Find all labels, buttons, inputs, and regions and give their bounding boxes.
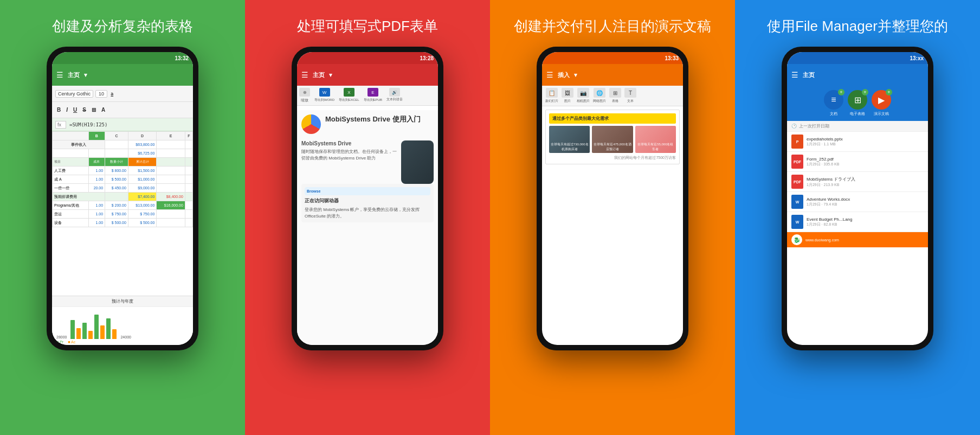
cell-c2 bbox=[105, 149, 128, 158]
table-icon: ⊞ bbox=[609, 88, 621, 98]
zoom-button[interactable]: ⊕ 缩放 bbox=[299, 88, 310, 103]
row-3-val: 20.00 bbox=[88, 184, 105, 193]
file-meta-0: 1月29日 · 1.1 MB bbox=[807, 142, 924, 147]
row-4-val: 1.00 bbox=[88, 201, 105, 210]
legend-ac: ■ Ac bbox=[68, 340, 75, 344]
legend-pr: ■ Pr bbox=[56, 340, 63, 344]
sheet-plus-icon: + bbox=[862, 89, 868, 95]
bar-4 bbox=[88, 331, 93, 339]
underline-button[interactable]: U bbox=[72, 106, 79, 113]
toolbar-4: ☰ 主页 bbox=[787, 64, 928, 86]
file-name-2: MobiSystems ドライブ入 bbox=[807, 176, 924, 182]
row-2-cost: $ 500.00 bbox=[105, 175, 128, 184]
file-item-1[interactable]: PDF Form_252.pdf 1月29日 · 335.6 KB bbox=[787, 152, 928, 172]
file-item-2[interactable]: PDF MobiSystems ドライブ入 1月29日 · 213.9 KB bbox=[787, 172, 928, 192]
fm-ppt-item[interactable]: ▶ + 演示文稿 bbox=[872, 90, 891, 117]
menu-icon-1[interactable]: ☰ bbox=[56, 71, 63, 79]
tts-button[interactable]: 🔊 文本到语音 bbox=[386, 88, 403, 103]
sheet-label: 电子表格 bbox=[850, 111, 865, 117]
strikethrough-button[interactable]: S bbox=[81, 106, 88, 113]
toolbar-arrow-2: ▾ bbox=[329, 72, 332, 79]
fm-doc-item[interactable]: ≡ + 文档 bbox=[824, 90, 843, 117]
row-6-e bbox=[157, 219, 185, 227]
menu-icon-4[interactable]: ☰ bbox=[791, 71, 798, 79]
formula-bar: fx =SUM(H19:I25) bbox=[52, 118, 193, 131]
ppt-slide: 通过多个产品类别最大化需求 全球每天有超过730,000名机票购买者 全球每天有… bbox=[545, 110, 680, 164]
spreadsheet-area[interactable]: B C D E F 事件收入 $63,800.00 bbox=[52, 131, 193, 296]
export-epub-button[interactable]: E 导出到EPUB bbox=[364, 88, 382, 103]
row-5-val: 1.00 bbox=[88, 210, 105, 219]
ppt-plus-icon: + bbox=[886, 89, 892, 95]
web-image-label: 网络图片 bbox=[593, 99, 606, 104]
image-icon: 🖼 bbox=[562, 88, 573, 98]
new-slide-button[interactable]: 📋 新幻灯片 bbox=[545, 88, 558, 104]
col-label-total: 累计总计 bbox=[128, 158, 156, 167]
clock-icon: 🕐 bbox=[791, 124, 797, 129]
border-button[interactable]: ⊞ bbox=[90, 106, 98, 113]
file-item-4[interactable]: W Event Budget Ph...Lang 1月29日 · 82.8 KB bbox=[787, 212, 928, 232]
sheet-icon: ⊞ + bbox=[848, 90, 867, 110]
italic-button[interactable]: I bbox=[65, 106, 69, 113]
status-time-4: 13:xx bbox=[910, 55, 924, 61]
ppt-content: 通过多个产品类别最大化需求 全球每天有超过730,000名机票购买者 全球每天有… bbox=[542, 106, 683, 345]
row-sub-e: $8,400.00 bbox=[157, 193, 185, 201]
cell-d1: $63,800.00 bbox=[128, 140, 156, 149]
phone-1: 13:32 ☰ 主页 ▾ Century Gothic 10 a̲ B bbox=[41, 47, 204, 361]
bold-button[interactable]: B bbox=[55, 106, 62, 113]
drive-section-1: MobiSystems Drive 随时随地保存和管理您的文档。在任何设备上，一… bbox=[301, 140, 434, 161]
fm-file-list: P expediahotels.pptx 1月29日 · 1.1 MB PDF … bbox=[787, 132, 928, 232]
underline-a-icon[interactable]: a̲ bbox=[111, 91, 114, 97]
fm-sheet-item[interactable]: ⊞ + 电子表格 bbox=[848, 90, 867, 117]
format-bar-2: B I U S ⊞ A bbox=[52, 102, 193, 118]
formula-text[interactable]: =SUM(H19:I25) bbox=[69, 122, 107, 127]
phone-shell-4: 13:xx ☰ 主页 ≡ + 文档 bbox=[782, 47, 933, 350]
ppt-img-1-label: 全球每天有超过730,000名机票购买者 bbox=[550, 142, 589, 152]
row-4-cost: $ 200.00 bbox=[105, 201, 128, 210]
ppt-banner: 通过多个产品类别最大化需求 bbox=[549, 113, 676, 124]
row-6-val: 1.00 bbox=[88, 219, 105, 227]
file-meta-2: 1月29日 · 213.9 KB bbox=[807, 182, 924, 188]
file-item-0[interactable]: P expediahotels.pptx 1月29日 · 1.1 MB bbox=[787, 132, 928, 152]
col-f bbox=[185, 158, 192, 167]
row-5-total: $ 750.00 bbox=[128, 210, 156, 219]
file-item-3[interactable]: W Adventure Works.docx 1月29日 · 79.4 KB bbox=[787, 192, 928, 212]
web-image-button[interactable]: 🌐 网络图片 bbox=[593, 88, 606, 104]
bar-3 bbox=[82, 323, 87, 339]
font-name[interactable]: Century Gothic bbox=[55, 90, 93, 98]
export-word-button[interactable]: W 导出到WORD bbox=[314, 88, 334, 103]
fm-icons-row: ≡ + 文档 ⊞ + 电子表格 ▶ bbox=[787, 86, 928, 121]
row-1-f bbox=[185, 167, 192, 175]
font-size[interactable]: 10 bbox=[95, 90, 107, 98]
image-label: 图片 bbox=[564, 99, 571, 104]
col-header-c: C bbox=[105, 132, 128, 140]
toolbar-3: ☰ 插入 ▾ bbox=[542, 64, 683, 86]
col-e bbox=[157, 158, 185, 167]
color-button[interactable]: A bbox=[100, 106, 107, 113]
table-button[interactable]: ⊞ 表格 bbox=[609, 88, 621, 104]
sheet-icon-symbol: ⊞ bbox=[854, 95, 861, 105]
row-3-total: $9,000.00 bbox=[128, 184, 156, 193]
phone-2: 13:28 ☰ 主页 ▾ ⊕ 缩放 W 导出到WORD bbox=[286, 47, 449, 361]
text-icon: T bbox=[624, 88, 636, 98]
export-excel-button[interactable]: X 导出到EXCEL bbox=[339, 88, 359, 103]
watermark-text: www.duoiwang.com bbox=[805, 238, 839, 242]
bar-7 bbox=[106, 318, 111, 339]
doc-label: 文档 bbox=[830, 111, 837, 117]
cell-ref: fx bbox=[55, 121, 66, 129]
bar-8 bbox=[112, 329, 117, 339]
drive-section-2: Browse 正在访问驱动器 登录您的 MobiSystems 帐户，享受免费的… bbox=[301, 184, 434, 222]
menu-icon-2[interactable]: ☰ bbox=[301, 71, 308, 79]
image-button[interactable]: 🖼 图片 bbox=[562, 88, 573, 104]
menu-icon-3[interactable]: ☰ bbox=[546, 71, 553, 79]
text-button[interactable]: T 文本 bbox=[624, 88, 636, 104]
row-2-val: 1.00 bbox=[88, 175, 105, 184]
row-1-e bbox=[157, 167, 185, 175]
col-header-a bbox=[53, 132, 89, 140]
panel-3-title: 创建并交付引人注目的演示文稿 bbox=[503, 16, 722, 36]
row-5-cost: $ 750.00 bbox=[105, 210, 128, 219]
chart-label-24000: 24000 bbox=[120, 335, 131, 339]
drive-phone-mockup bbox=[401, 140, 434, 184]
export-epub-label: 导出到EPUB bbox=[364, 98, 382, 103]
row-4-f bbox=[185, 201, 192, 210]
camera-button[interactable]: 📷 相机图片 bbox=[577, 88, 590, 104]
